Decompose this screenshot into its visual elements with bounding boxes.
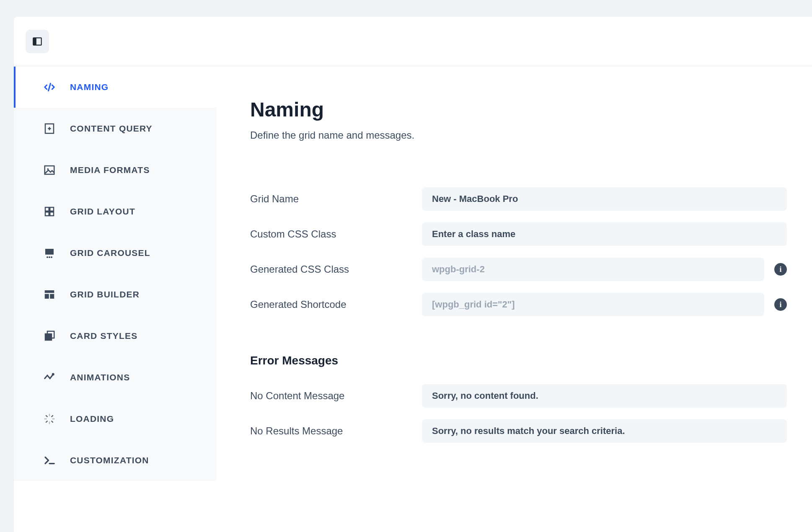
sidebar-item-grid-carousel[interactable]: GRID CAROUSEL (14, 232, 217, 274)
row-no-content: No Content Message (250, 384, 787, 408)
svg-rect-10 (50, 207, 54, 211)
svg-point-15 (49, 256, 50, 258)
info-icon[interactable]: i (774, 298, 787, 311)
svg-rect-23 (49, 414, 50, 416)
svg-line-3 (49, 83, 51, 91)
field-label: No Results Message (250, 425, 422, 437)
custom-css-input[interactable] (422, 222, 787, 246)
grid-icon (42, 204, 57, 219)
field-label: No Content Message (250, 390, 422, 402)
sidebar-item-label: MEDIA FORMATS (70, 165, 150, 175)
generated-shortcode-output[interactable] (422, 293, 764, 316)
sidebar-item-label: GRID CAROUSEL (70, 248, 150, 258)
svg-rect-19 (50, 294, 54, 299)
row-generated-css: Generated CSS Class i (250, 258, 787, 281)
error-message-fields: No Content Message No Results Message (250, 384, 787, 443)
sidebar-item-label: CONTENT QUERY (70, 124, 153, 134)
sidebar-item-label: NAMING (70, 82, 109, 92)
svg-rect-25 (44, 418, 47, 420)
card-icon (42, 329, 57, 343)
svg-rect-11 (45, 212, 49, 216)
row-generated-shortcode: Generated Shortcode i (250, 293, 787, 316)
sidebar-item-animations[interactable]: ANIMATIONS (14, 356, 217, 398)
section-title: Error Messages (250, 354, 787, 367)
loading-icon (42, 412, 57, 426)
naming-fields: Grid Name Custom CSS Class Generated CSS… (250, 187, 787, 316)
no-content-input[interactable] (422, 384, 787, 408)
svg-rect-29 (45, 421, 48, 423)
no-results-input[interactable] (422, 419, 787, 443)
row-grid-name: Grid Name (250, 187, 787, 211)
svg-point-14 (47, 256, 48, 258)
sidebar: NAMING CONTENT QUERY MEDIA FORMATS (14, 66, 217, 532)
sidebar-item-media-formats[interactable]: MEDIA FORMATS (14, 149, 217, 191)
svg-rect-30 (45, 415, 48, 417)
code-icon (42, 80, 57, 94)
sidebar-item-loading[interactable]: LOADING (14, 398, 217, 439)
top-bar (14, 17, 812, 66)
svg-rect-24 (49, 421, 50, 424)
sidebar-item-content-query[interactable]: CONTENT QUERY (14, 108, 217, 149)
sidebar-item-customization[interactable]: CUSTOMIZATION (14, 439, 217, 481)
sidebar-item-label: ANIMATIONS (70, 372, 130, 382)
svg-rect-27 (51, 415, 54, 417)
sidebar-item-naming[interactable]: NAMING (14, 66, 217, 108)
sidebar-item-label: GRID LAYOUT (70, 207, 135, 217)
svg-rect-12 (50, 212, 54, 216)
page-subtitle: Define the grid name and messages. (250, 129, 787, 141)
grid-name-input[interactable] (422, 187, 787, 211)
main-content: Naming Define the grid name and messages… (217, 66, 812, 532)
svg-rect-2 (33, 38, 36, 45)
svg-rect-13 (45, 249, 54, 255)
sidebar-item-label: CUSTOMIZATION (70, 455, 149, 465)
field-label: Generated Shortcode (250, 299, 422, 310)
animation-icon (42, 370, 57, 385)
image-icon (42, 163, 57, 177)
row-custom-css: Custom CSS Class (250, 222, 787, 246)
field-label: Generated CSS Class (250, 263, 422, 275)
info-icon[interactable]: i (774, 263, 787, 276)
svg-rect-18 (45, 294, 49, 299)
page-title: Naming (250, 98, 787, 121)
svg-rect-20 (45, 333, 52, 341)
sidebar-collapse-button[interactable] (26, 30, 49, 53)
sidebar-item-label: CARD STYLES (70, 331, 137, 341)
row-no-results: No Results Message (250, 419, 787, 443)
field-label: Custom CSS Class (250, 228, 422, 240)
svg-rect-9 (45, 207, 49, 211)
carousel-icon (42, 246, 57, 260)
svg-point-22 (52, 373, 54, 376)
sidebar-item-card-styles[interactable]: CARD STYLES (14, 315, 217, 356)
svg-rect-26 (52, 418, 54, 420)
builder-icon (42, 287, 57, 302)
svg-rect-17 (45, 290, 54, 293)
terminal-icon (42, 453, 57, 467)
sidebar-item-label: GRID BUILDER (70, 289, 140, 300)
sidebar-item-grid-builder[interactable]: GRID BUILDER (14, 274, 217, 315)
field-label: Grid Name (250, 193, 422, 205)
sidebar-collapse-icon (32, 36, 43, 47)
svg-rect-28 (51, 421, 54, 423)
sidebar-item-label: LOADING (70, 414, 114, 424)
sidebar-item-grid-layout[interactable]: GRID LAYOUT (14, 191, 217, 232)
add-doc-icon (42, 121, 57, 136)
generated-css-output[interactable] (422, 258, 764, 281)
svg-point-16 (51, 256, 52, 258)
